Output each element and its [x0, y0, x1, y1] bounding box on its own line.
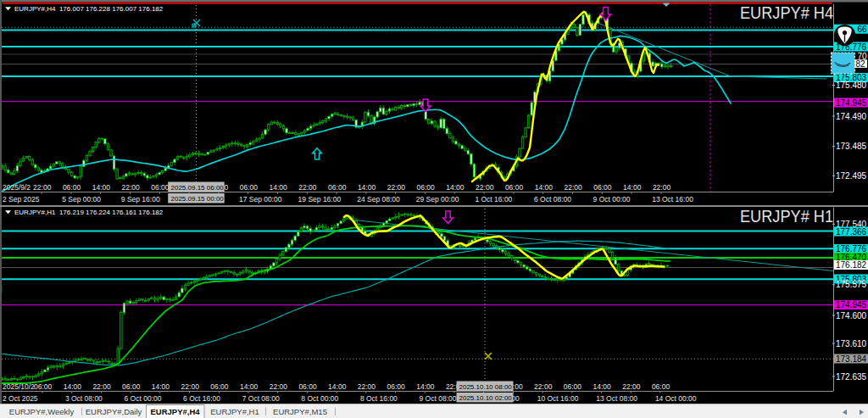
svg-text:17 Sep 00:00: 17 Sep 00:00 [239, 195, 282, 203]
svg-text:9 Sep 16:00: 9 Sep 16:00 [121, 195, 160, 203]
svg-text:9 Oct 00:00: 9 Oct 00:00 [593, 195, 631, 203]
svg-text:06:00: 06:00 [240, 183, 259, 192]
svg-text:06:00: 06:00 [564, 382, 582, 391]
svg-text:22:00: 22:00 [476, 183, 494, 192]
svg-text:13 Oct 16:00: 13 Oct 16:00 [652, 195, 693, 203]
svg-text:22:00: 22:00 [622, 382, 641, 391]
svg-text:2025.10.10 02:00: 2025.10.10 02:00 [459, 394, 513, 402]
svg-text:EURJPY#,H4 176.007 176.228 17: EURJPY#,H4 176.007 176.228 176.007 176.1… [14, 5, 164, 13]
svg-text:14:00: 14:00 [152, 382, 170, 391]
svg-text:29 Sep 00:00: 29 Sep 00:00 [416, 195, 459, 203]
svg-text:3 Oct 08:00: 3 Oct 08:00 [65, 394, 103, 403]
svg-text:14:00: 14:00 [416, 382, 435, 391]
svg-text:173.184: 173.184 [836, 354, 867, 364]
svg-text:2025.10.10 08:00: 2025.10.10 08:00 [459, 383, 513, 391]
svg-text:2 Sep 2025: 2 Sep 2025 [3, 195, 40, 203]
svg-text:EURJPY#,H1: EURJPY#,H1 [210, 407, 259, 416]
svg-text:06:00: 06:00 [328, 183, 347, 192]
svg-text:EURJPY#,M15: EURJPY#,M15 [273, 407, 327, 416]
svg-text:174.945: 174.945 [836, 98, 867, 108]
svg-text:06:00: 06:00 [34, 382, 53, 391]
svg-text:06:00: 06:00 [63, 183, 81, 192]
svg-text:14:00: 14:00 [64, 382, 82, 391]
svg-text:2025.09.15 06:00: 2025.09.15 06:00 [171, 184, 225, 192]
svg-text:22:00: 22:00 [92, 382, 111, 391]
svg-text:06:00: 06:00 [417, 183, 436, 192]
svg-text:7 Oct 08:00: 7 Oct 08:00 [242, 394, 280, 403]
svg-text:22:00: 22:00 [270, 382, 288, 391]
svg-text:14:00: 14:00 [270, 183, 288, 192]
svg-text:176.182: 176.182 [836, 260, 867, 270]
svg-text:14:00: 14:00 [92, 183, 111, 192]
svg-text:06:00: 06:00 [210, 382, 229, 391]
svg-text:174.490: 174.490 [836, 112, 867, 121]
svg-text:1 Oct 16:00: 1 Oct 16:00 [475, 195, 512, 203]
svg-text:2025/10/2: 2025/10/2 [3, 382, 35, 391]
svg-text:22:00: 22:00 [298, 183, 317, 192]
svg-text:6 Oct 00:00: 6 Oct 00:00 [125, 394, 162, 403]
svg-text:06:00: 06:00 [652, 382, 670, 391]
svg-text:14:00: 14:00 [446, 183, 465, 192]
svg-text:174.945: 174.945 [836, 300, 867, 309]
svg-text:14:00: 14:00 [328, 382, 347, 391]
svg-text:EURJPY#,Weekly: EURJPY#,Weekly [9, 407, 75, 416]
svg-text:14:00: 14:00 [623, 183, 642, 192]
svg-text:5 Sep 00:00: 5 Sep 00:00 [62, 195, 101, 203]
svg-text:24 Sep 08:00: 24 Sep 08:00 [357, 195, 400, 203]
svg-text:22:00: 22:00 [358, 382, 376, 391]
svg-text:EURJPY#,H4: EURJPY#,H4 [150, 407, 200, 416]
svg-text:174.600: 174.600 [836, 311, 867, 320]
svg-text:22:00: 22:00 [387, 183, 406, 192]
svg-text:2 Oct 2025: 2 Oct 2025 [3, 394, 38, 403]
svg-text:82: 82 [856, 59, 866, 69]
svg-text:22:00: 22:00 [181, 382, 200, 391]
svg-text:2025.09.15 00:00: 2025.09.15 00:00 [171, 195, 225, 203]
svg-text:EURJPY#,H1 176.219 176.224 17: EURJPY#,H1 176.219 176.224 176.161 176.1… [14, 209, 164, 216]
svg-text:173.610: 173.610 [836, 339, 867, 348]
svg-text:8 Oct 16:00: 8 Oct 16:00 [360, 394, 398, 403]
svg-text:06:00: 06:00 [387, 382, 406, 391]
svg-text:14:00: 14:00 [593, 382, 612, 391]
svg-text:66: 66 [858, 25, 868, 34]
svg-text:14:00: 14:00 [358, 183, 376, 192]
svg-text:22:00: 22:00 [122, 183, 141, 192]
svg-text:173.485: 173.485 [836, 142, 867, 151]
svg-text:9 Oct 08:00: 9 Oct 08:00 [420, 394, 457, 403]
svg-text:19 Sep 16:00: 19 Sep 16:00 [298, 195, 342, 203]
svg-text:2025/9/2: 2025/9/2 [3, 183, 31, 192]
svg-text:13 Oct 08:00: 13 Oct 08:00 [596, 394, 637, 403]
svg-text:172.635: 172.635 [836, 372, 867, 382]
svg-text:22:00: 22:00 [534, 382, 553, 391]
svg-text:22:00: 22:00 [33, 183, 52, 192]
svg-text:14:00: 14:00 [240, 382, 259, 391]
svg-text:06:00: 06:00 [298, 382, 317, 391]
svg-text:EURJPY# H4: EURJPY# H4 [740, 3, 833, 22]
svg-text:14:00: 14:00 [535, 183, 554, 192]
svg-text:172.495: 172.495 [836, 171, 867, 181]
svg-text:06:00: 06:00 [151, 183, 170, 192]
svg-text:175.480: 175.480 [836, 81, 867, 90]
svg-text:06:00: 06:00 [505, 183, 524, 192]
svg-text:6 Oct 16:00: 6 Oct 16:00 [183, 394, 220, 403]
svg-text:EURJPY#,Daily: EURJPY#,Daily [86, 407, 142, 416]
svg-text:22:00: 22:00 [653, 183, 671, 192]
svg-text:6 Oct 08:00: 6 Oct 08:00 [534, 195, 571, 203]
svg-text:10 Oct 16:00: 10 Oct 16:00 [537, 394, 579, 403]
svg-text:06:00: 06:00 [122, 382, 141, 391]
svg-text:14 Oct 00:00: 14 Oct 00:00 [655, 394, 697, 403]
svg-text:177.366: 177.366 [836, 227, 867, 237]
svg-text:8 Oct 00:00: 8 Oct 00:00 [301, 394, 338, 403]
svg-text:06:00: 06:00 [593, 183, 612, 192]
svg-text:22:00: 22:00 [565, 183, 583, 192]
svg-text:EURJPY# H1: EURJPY# H1 [740, 206, 833, 226]
svg-text:175.575: 175.575 [836, 280, 867, 289]
